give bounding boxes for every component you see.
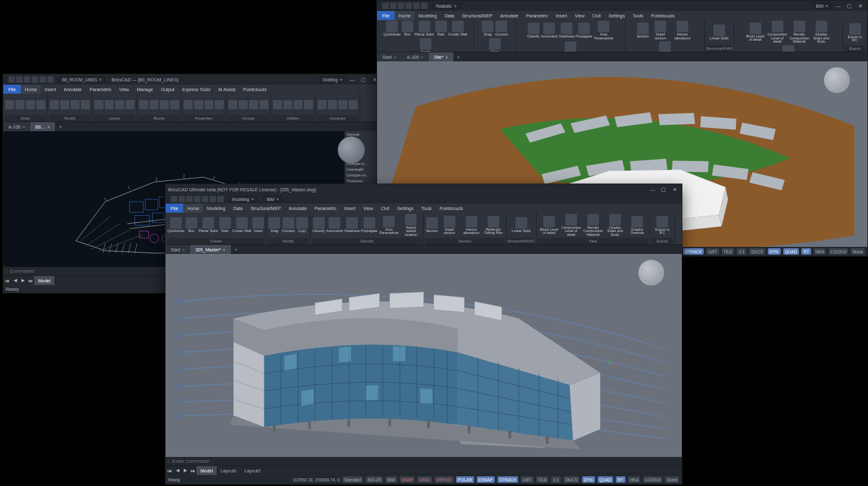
layout-nav-button[interactable]: ⏮ bbox=[166, 467, 173, 474]
ribbon-icon[interactable] bbox=[228, 100, 237, 109]
layout-tab[interactable]: Model bbox=[34, 276, 54, 285]
new-doc-button[interactable]: + bbox=[231, 248, 241, 252]
status-toggle-ducs[interactable]: DUCS bbox=[563, 476, 579, 483]
layout-nav-button[interactable]: ⏮ bbox=[3, 277, 11, 284]
status-toggle-lwt[interactable]: LWT bbox=[706, 248, 719, 255]
tab-data[interactable]: Data bbox=[229, 204, 246, 213]
status-toggle-ducs[interactable]: DUCS bbox=[749, 248, 765, 255]
app-icon[interactable] bbox=[382, 3, 389, 9]
app-icon[interactable] bbox=[8, 76, 15, 83]
graphic-override-button[interactable]: Graphic Override bbox=[627, 216, 647, 235]
doc-tab[interactable]: Site*× bbox=[429, 52, 453, 61]
section-button[interactable]: Section bbox=[426, 217, 437, 233]
ribbon-icon[interactable] bbox=[283, 100, 292, 109]
status-toggle-hka[interactable]: HKA bbox=[814, 248, 826, 255]
tab-data[interactable]: Data bbox=[440, 11, 458, 20]
status-toggle-strack[interactable]: STRACK bbox=[497, 476, 518, 483]
automatch-button[interactable]: Automatch bbox=[326, 217, 343, 233]
qat-open-icon[interactable] bbox=[186, 196, 193, 202]
property-row[interactable]: Linetype ext…… bbox=[346, 173, 380, 178]
ribbon-icon[interactable] bbox=[71, 100, 80, 109]
reflected-ceiling-plan-button[interactable]: Reflected Ceiling Plan bbox=[655, 41, 675, 52]
file-menu[interactable]: File bbox=[166, 204, 183, 213]
ribbon-icon[interactable] bbox=[338, 100, 347, 109]
qat-redo-icon[interactable] bbox=[217, 196, 224, 202]
qat-redo-icon[interactable] bbox=[47, 76, 54, 83]
section-button[interactable]: Section bbox=[637, 23, 649, 39]
interior-elevations-button[interactable]: Interior elevations bbox=[672, 21, 693, 40]
block-level-of-detail-button[interactable]: Block Level of detail bbox=[745, 23, 766, 42]
tab-annotate[interactable]: Annotate bbox=[60, 85, 85, 94]
status-toggle-lockui[interactable]: LOCKUI bbox=[829, 248, 848, 255]
viewcube[interactable] bbox=[338, 136, 365, 164]
insert-button[interactable]: Insert bbox=[252, 217, 264, 233]
layout-tab[interactable]: Model bbox=[197, 466, 217, 475]
classify-button[interactable]: Classify bbox=[527, 23, 539, 39]
qat-open-icon[interactable] bbox=[398, 3, 404, 9]
qat-undo-icon[interactable] bbox=[210, 196, 216, 202]
tab-pointclouds[interactable]: Pointclouds bbox=[436, 204, 467, 213]
tab-parametric[interactable]: Parametric bbox=[522, 11, 552, 20]
stair-button[interactable]: Stair bbox=[435, 21, 447, 37]
layout-nav-button[interactable]: ◀ bbox=[173, 467, 181, 474]
ribbon-icon[interactable] bbox=[318, 100, 327, 109]
status-toggle-strack[interactable]: STRACK bbox=[683, 248, 704, 255]
connect-button[interactable]: Connect bbox=[495, 21, 508, 37]
file-menu[interactable]: File bbox=[377, 11, 395, 20]
ribbon-icon[interactable] bbox=[249, 100, 258, 109]
close-button[interactable]: ✕ bbox=[670, 186, 679, 193]
ribbon-icon[interactable] bbox=[215, 100, 224, 109]
tab-annotate[interactable]: Annotate bbox=[285, 204, 310, 213]
render-composition-material-button[interactable]: Render Composition Material bbox=[583, 214, 603, 237]
status-toggle-bim[interactable]: BIM bbox=[385, 476, 397, 483]
ribbon-icon[interactable] bbox=[160, 100, 169, 109]
drag-button[interactable]: Drag bbox=[482, 21, 494, 37]
composition-level-of-detail-button[interactable]: Composition Level of detail bbox=[767, 21, 788, 44]
status-toggle-none[interactable]: None bbox=[851, 248, 865, 255]
layer-dropdown[interactable]: B6_ROOM_LINES▾ bbox=[59, 76, 105, 83]
classify-button[interactable]: Classify bbox=[312, 217, 325, 233]
linear-solid-button[interactable]: Linear Solid bbox=[512, 217, 530, 233]
layout-nav-button[interactable]: ▶ bbox=[19, 277, 27, 284]
qat-print-icon[interactable] bbox=[202, 196, 208, 202]
ribbon-icon[interactable] bbox=[194, 100, 203, 109]
doc-tab[interactable]: Start× bbox=[166, 245, 190, 254]
status-toggle-tile[interactable]: TILE bbox=[536, 476, 549, 483]
drag-button[interactable]: Drag bbox=[268, 217, 280, 233]
ribbon-icon[interactable] bbox=[294, 100, 303, 109]
tab-settings[interactable]: Settings bbox=[393, 204, 417, 213]
ribbon-icon[interactable] bbox=[60, 100, 69, 109]
status-toggle-none[interactable]: None bbox=[665, 476, 679, 483]
status-toggle-grid[interactable]: GRID bbox=[417, 476, 431, 483]
box-button[interactable]: Box bbox=[402, 21, 413, 37]
ribbon-icon[interactable] bbox=[184, 100, 193, 109]
status-toggle-quad[interactable]: QUAD bbox=[598, 476, 614, 483]
qat-open-icon[interactable] bbox=[24, 76, 30, 83]
insert-button[interactable]: Insert bbox=[420, 38, 431, 53]
workspace-dropdown[interactable]: BIM▾ bbox=[263, 196, 282, 202]
attach-spatial-location-button[interactable]: Attach spatial location bbox=[400, 214, 421, 237]
status-toggle-1:1[interactable]: 1:1 bbox=[551, 476, 561, 483]
ribbon-icon[interactable] bbox=[349, 100, 358, 109]
export-to-ifc-button[interactable]: Export to IFC bbox=[845, 23, 865, 43]
ribbon-icon[interactable] bbox=[94, 100, 103, 109]
planar-solid-button[interactable]: Planar Solid bbox=[199, 217, 218, 233]
minimize-button[interactable]: — bbox=[834, 3, 843, 9]
detail-section-button[interactable]: Detail section bbox=[439, 216, 460, 235]
ribbon-icon[interactable] bbox=[125, 100, 135, 109]
database-button[interactable]: Database bbox=[344, 217, 360, 233]
status-toggle-esnap[interactable]: ESNAP bbox=[477, 476, 495, 483]
graphic-override-button[interactable]: Graphic Override bbox=[778, 45, 799, 53]
tab-view[interactable]: View bbox=[360, 204, 377, 213]
database-button[interactable]: Database bbox=[559, 23, 575, 39]
qat-save-icon[interactable] bbox=[406, 3, 412, 9]
new-doc-button[interactable]: + bbox=[55, 125, 65, 129]
tab-insert[interactable]: Insert bbox=[340, 204, 360, 213]
command-line[interactable]: : bbox=[166, 457, 682, 466]
copy-button[interactable]: Copy bbox=[296, 217, 308, 233]
layout-nav-button[interactable]: ◀ bbox=[11, 277, 19, 284]
tab-civil[interactable]: Civil bbox=[589, 11, 605, 20]
auto-parametrize-button[interactable]: Auto Parametrize bbox=[593, 21, 614, 40]
tab-insert[interactable]: Insert bbox=[552, 11, 571, 20]
ribbon-icon[interactable] bbox=[139, 100, 148, 109]
